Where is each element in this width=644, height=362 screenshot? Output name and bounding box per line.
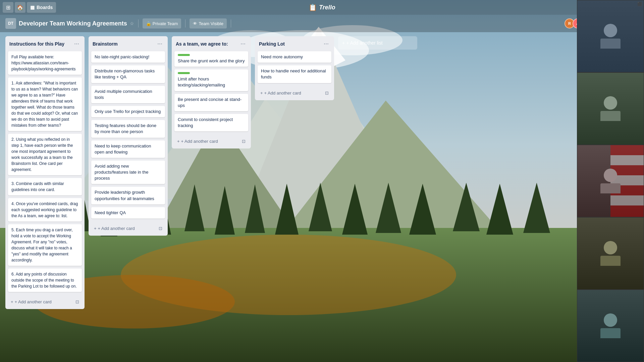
list-header-as-a-team: As a team, we agree to: ···: [172, 36, 251, 50]
card-label-green-0: [178, 54, 190, 56]
boards-icon: ▦: [30, 5, 35, 10]
card-brainstorm-1[interactable]: Distribute non-glamorous tasks like test…: [91, 65, 165, 83]
board-header: DT Developer Team Working Agreements ☆ 🔒…: [0, 15, 644, 32]
card-team-3[interactable]: Commit to consistent project tracking: [174, 114, 248, 131]
card-brainstorm-5[interactable]: Need to keep communication open and flow…: [91, 140, 165, 158]
workspace-icon-btn[interactable]: DT: [5, 18, 16, 29]
self-view-icon: ⬛: [637, 2, 642, 6]
list-title-brainstorm: Brainstorm: [93, 41, 156, 47]
card-template-icon-brainstorm: ⊡: [159, 226, 162, 231]
divider3: [231, 19, 231, 27]
plus-icon-add-list: +: [342, 40, 345, 46]
card-template-icon: ⊡: [75, 299, 79, 304]
list-title-parking-lot: Parking Lot: [259, 41, 322, 47]
plus-icon-parking: +: [260, 90, 263, 96]
card-team-0[interactable]: Share the grunt work and the glory: [174, 51, 248, 67]
card-brainstorm-3[interactable]: Only use Trello for project tracking: [91, 106, 165, 117]
list-menu-button-instructions[interactable]: ···: [73, 40, 80, 48]
boards-label: Boards: [37, 5, 53, 10]
board-title[interactable]: Developer Team Working Agreements: [19, 20, 127, 27]
card-team-1[interactable]: Limit after hours texting/slacking/email…: [174, 69, 248, 91]
card-instructions-6[interactable]: 6. Add any points of discussion outside …: [8, 268, 82, 292]
card-brainstorm-6[interactable]: Avoid adding new products/features late …: [91, 161, 165, 184]
apps-button[interactable]: ⊞: [3, 2, 13, 13]
add-card-button-as-a-team[interactable]: + + Add another card ⊡: [174, 137, 248, 146]
card-instructions-5[interactable]: 5. Each time you drag a card over, hold …: [8, 224, 82, 266]
list-body-parking-lot: Need more autonomy How to handle need fo…: [255, 50, 334, 87]
team-visible-button[interactable]: 👁 Team Visible: [190, 18, 226, 28]
add-card-label-instructions: + Add another card: [15, 299, 52, 304]
list-title-as-a-team: As a team, we agree to:: [176, 41, 239, 47]
card-instructions-2[interactable]: 2. Using what you reflected on in step 1…: [8, 134, 82, 175]
trello-wordmark: Trello: [319, 4, 335, 11]
card-instructions-link[interactable]: Full Play available here: https://www.at…: [8, 51, 82, 75]
list-menu-button-as-a-team[interactable]: ···: [239, 40, 247, 48]
add-card-label-brainstorm: + Add another card: [98, 226, 135, 231]
card-parking-0[interactable]: Need more autonomy: [258, 51, 331, 63]
card-team-2[interactable]: Be present and concise at stand-ups: [174, 94, 248, 111]
list-header-brainstorm: Brainstorm ···: [89, 36, 168, 50]
card-parking-1[interactable]: How to handle need for additional funds: [258, 65, 331, 83]
video-tile-4: [577, 217, 644, 290]
top-nav: ⊞ 🏠 ▦ Boards 📋 Trello 🔍: [0, 0, 644, 15]
home-button[interactable]: 🏠: [15, 2, 25, 13]
list-parking-lot: Parking Lot ··· Need more autonomy How t…: [255, 36, 334, 100]
list-footer-as-a-team: + + Add another card ⊡: [172, 135, 251, 148]
card-brainstorm-7[interactable]: Provide leadership growth opportunities …: [91, 187, 165, 204]
team-visible-label: Team Visible: [199, 21, 223, 26]
list-footer-brainstorm: + + Add another card ⊡: [89, 223, 168, 236]
plus-icon: +: [11, 299, 13, 304]
board-content: Instructions for this Play ··· Full Play…: [0, 32, 644, 362]
list-as-a-team: As a team, we agree to: ··· Share the gr…: [172, 36, 251, 148]
card-brainstorm-0[interactable]: No late-night panic-slacking!: [91, 51, 165, 63]
card-label-green-1: [178, 72, 190, 74]
list-menu-button-brainstorm[interactable]: ···: [156, 40, 164, 48]
add-card-label-team: + Add another card: [181, 139, 218, 144]
eye-icon: 👁: [193, 21, 197, 26]
boards-button[interactable]: ▦ Boards: [27, 2, 56, 13]
visibility-button[interactable]: 🔒 Private Team: [143, 18, 181, 28]
trello-logo: 📋 Trello: [309, 3, 335, 11]
star-icon[interactable]: ☆: [130, 21, 134, 26]
add-list-label: + Add another list: [346, 40, 383, 46]
card-template-icon-team: ⊡: [242, 139, 246, 144]
trello-icon: 📋: [309, 3, 317, 11]
add-card-button-instructions[interactable]: + + Add another card ⊡: [8, 297, 82, 306]
video-tile-5: [577, 290, 644, 362]
list-instructions: Instructions for this Play ··· Full Play…: [5, 36, 85, 309]
list-footer-parking-lot: + + Add another card ⊡: [255, 87, 334, 100]
workspace-icon: DT: [8, 21, 13, 26]
divider: [138, 19, 139, 27]
plus-icon-brainstorm: +: [94, 226, 97, 231]
add-list-button[interactable]: + + Add another list: [338, 36, 417, 50]
add-card-button-brainstorm[interactable]: + + Add another card ⊡: [91, 224, 165, 233]
add-card-button-parking-lot[interactable]: + + Add another card ⊡: [258, 88, 331, 98]
list-body-as-a-team: Share the grunt work and the glory Limit…: [172, 50, 251, 135]
list-menu-button-parking-lot[interactable]: ···: [322, 40, 330, 48]
list-header-instructions: Instructions for this Play ···: [5, 36, 85, 50]
card-instructions-4[interactable]: 4. Once you've combined cards, drag each…: [8, 198, 82, 222]
apps-icon: ⊞: [6, 4, 10, 11]
card-instructions-1[interactable]: 1. Ask attendees: "What is important to …: [8, 77, 82, 131]
add-card-label-parking: + Add another card: [264, 90, 301, 96]
home-icon: 🏠: [17, 4, 23, 11]
plus-icon-team: +: [177, 139, 180, 144]
lock-icon: 🔒: [146, 21, 151, 26]
list-header-parking-lot: Parking Lot ···: [255, 36, 334, 50]
card-brainstorm-4[interactable]: Testing features should be done by more …: [91, 120, 165, 137]
list-body-brainstorm: No late-night panic-slacking! Distribute…: [89, 50, 168, 223]
card-brainstorm-2[interactable]: Avoid multiple communication tools: [91, 86, 165, 103]
list-footer-instructions: + + Add another card ⊡: [5, 296, 85, 309]
list-title-instructions: Instructions for this Play: [9, 41, 73, 47]
video-tile-2: [577, 72, 644, 145]
list-brainstorm: Brainstorm ··· No late-night panic-slack…: [89, 36, 168, 236]
visibility-label: Private Team: [153, 21, 178, 26]
card-template-icon-parking: ⊡: [325, 90, 329, 96]
divider2: [185, 19, 185, 27]
video-panel: ⬛: [577, 0, 644, 362]
card-instructions-3[interactable]: 3. Combine cards with similar guidelines…: [8, 178, 82, 195]
video-tile-1: ⬛: [577, 0, 644, 72]
list-body-instructions: Full Play available here: https://www.at…: [5, 50, 85, 296]
card-brainstorm-8[interactable]: Need tighter QA: [91, 207, 165, 219]
video-tile-3: [577, 145, 644, 217]
